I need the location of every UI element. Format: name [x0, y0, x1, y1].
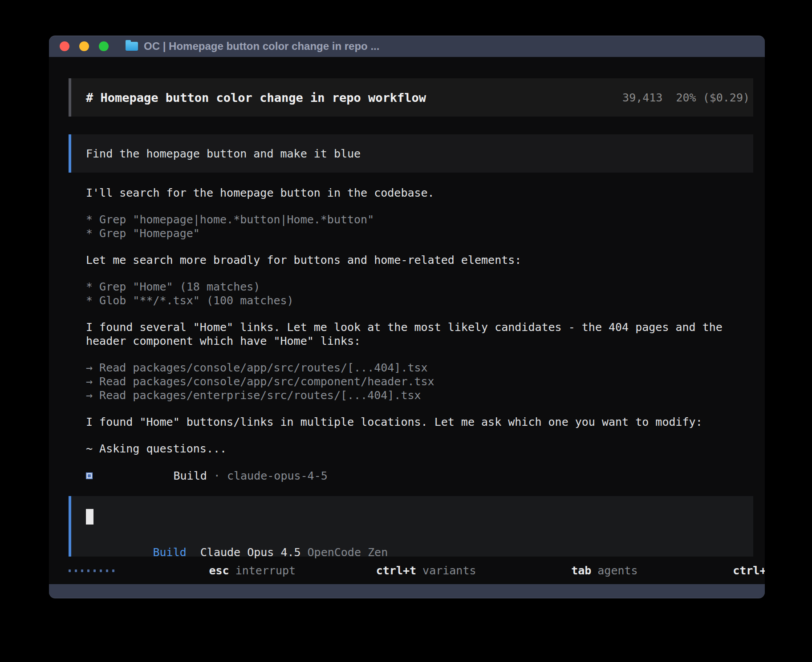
- status-bar: escinterrupt ctrl+tvariants tabagents ct…: [69, 564, 753, 577]
- tool-call-line: → Read packages/console/app/src/routes/[…: [86, 361, 753, 375]
- window-title: OC | Homepage button color change in rep…: [144, 40, 379, 52]
- tool-call-block: * Grep "homepage|home.*button|Home.*butt…: [86, 213, 753, 240]
- user-message: Find the homepage button and make it blu…: [69, 134, 753, 173]
- commands-hint: ctrl+pcommands: [653, 551, 765, 584]
- assistant-text-line: I found several "Home" links. Let me loo…: [86, 320, 753, 334]
- ctrl-t-key: ctrl+t: [376, 564, 416, 577]
- transcript: I'll search for the homepage button in t…: [69, 186, 753, 456]
- session-stats: 39,41320% ($0.29): [556, 78, 750, 117]
- tool-call-line: * Grep "homepage|home.*button|Home.*butt…: [86, 213, 753, 226]
- minimize-button[interactable]: [79, 41, 89, 51]
- interrupt-hint: escinterrupt: [142, 551, 296, 584]
- agent-icon: [86, 472, 93, 479]
- assistant-status-line: ~ Asking questions...: [86, 442, 753, 456]
- titlebar[interactable]: OC | Homepage button color change in rep…: [49, 36, 765, 57]
- session-title: # Homepage button color change in repo w…: [86, 91, 426, 105]
- agent-name: Build: [174, 469, 207, 482]
- terminal-content: # Homepage button color change in repo w…: [49, 57, 765, 584]
- assistant-text-line: I'll search for the homepage button in t…: [86, 186, 753, 200]
- assistant-text-line: header component which have "Home" links…: [86, 334, 753, 348]
- assistant-text-block: I found several "Home" links. Let me loo…: [86, 320, 753, 348]
- tool-call-line: → Read packages/console/app/src/componen…: [86, 375, 753, 388]
- assistant-text-block: Let me search more broadly for buttons a…: [86, 253, 753, 267]
- agent-status-row: Build · claude-opus-4-5: [69, 468, 753, 483]
- assistant-text-block: I'll search for the homepage button in t…: [86, 186, 753, 200]
- text-cursor: [86, 509, 93, 525]
- assistant-text-line: Let me search more broadly for buttons a…: [86, 253, 753, 267]
- terminal-window: OC | Homepage button color change in rep…: [49, 36, 765, 598]
- tool-call-block: → Read packages/console/app/src/routes/[…: [86, 361, 753, 402]
- assistant-status-block: ~ Asking questions...: [86, 442, 753, 456]
- spinner-dots: [69, 569, 114, 572]
- folder-icon: [126, 42, 138, 51]
- tool-call-line: * Glob "**/*.tsx" (100 matches): [86, 294, 753, 307]
- model-name: claude-opus-4-5: [227, 469, 328, 482]
- token-count: 39,413: [622, 91, 662, 104]
- session-header: # Homepage button color change in repo w…: [69, 78, 753, 117]
- assistant-text-line: I found "Home" buttons/links in multiple…: [86, 415, 753, 429]
- ctrl-p-key: ctrl+p: [733, 564, 765, 577]
- user-message-text: Find the homepage button and make it blu…: [86, 147, 361, 160]
- context-cost: 20% ($0.29): [676, 91, 750, 104]
- tool-call-block: * Grep "Home" (18 matches) * Glob "**/*.…: [86, 280, 753, 307]
- tool-call-line: * Grep "Homepage": [86, 226, 753, 240]
- esc-key: esc: [209, 564, 229, 577]
- assistant-text-block: I found "Home" buttons/links in multiple…: [86, 415, 753, 429]
- zoom-button[interactable]: [99, 41, 109, 51]
- prompt-input[interactable]: BuildClaude Opus 4.5OpenCode Zen: [69, 496, 753, 557]
- tool-call-line: * Grep "Home" (18 matches): [86, 280, 753, 294]
- agents-hint: tabagents: [491, 551, 638, 584]
- agent-separator: ·: [214, 469, 220, 482]
- close-button[interactable]: [60, 41, 69, 51]
- tool-call-line: → Read packages/enterprise/src/routes/[.…: [86, 388, 753, 402]
- tab-key: tab: [571, 564, 591, 577]
- variants-hint: ctrl+tvariants: [296, 551, 476, 584]
